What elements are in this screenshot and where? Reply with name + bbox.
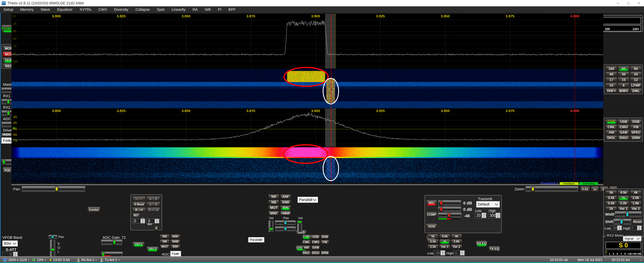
rx1-dsp-anf[interactable]: ANF — [280, 194, 291, 199]
rx1-vol-slider[interactable] — [268, 220, 274, 232]
split-if-v[interactable]: IF->V — [132, 208, 146, 212]
rx-antenna-item[interactable]: Rx Ant 1▾ — [76, 258, 97, 262]
band-160[interactable]: 160 — [606, 66, 617, 71]
minimize-button[interactable]: ─ — [613, 0, 623, 6]
tx-high-spinner[interactable]: 3000▲▼ — [488, 213, 500, 218]
rx2-mode-digl[interactable]: DIGL — [302, 251, 311, 255]
zoom-0.5x[interactable]: 0.5x — [580, 186, 590, 192]
rx1-sub-pan-slider[interactable] — [275, 226, 296, 231]
rx2-filter-var-2[interactable]: Var 2 — [451, 245, 462, 249]
transmit-profile-select[interactable]: Default — [476, 201, 500, 208]
menu-ra[interactable]: RA — [189, 7, 201, 12]
split-a-b[interactable]: A <> B — [147, 208, 160, 212]
panadapter-rx2[interactable]: -6 3.8003.8253.8503.8753.9003.9253.9503.… — [12, 108, 603, 147]
vfob-band-select[interactable]: 80m — [2, 241, 18, 247]
rx2-mode-drm[interactable]: DRM — [320, 251, 329, 255]
filter-2.2k[interactable]: 2.2k — [618, 201, 629, 205]
filter-low-spinner[interactable]: -3000▲▼ — [610, 225, 622, 230]
menu-diversity[interactable]: Diversity — [110, 7, 132, 12]
rx2-mode-am[interactable]: AM — [302, 246, 311, 250]
mode-lsb[interactable]: LSB — [606, 119, 617, 124]
resize-grip[interactable] — [639, 259, 641, 261]
mode-sam[interactable]: SAM — [618, 130, 629, 135]
menu-wb[interactable]: WB — [201, 7, 214, 12]
band-80[interactable]: 80 — [618, 66, 629, 71]
filter-5k[interactable]: 5k — [606, 190, 617, 195]
xit-zero-button[interactable]: 0 — [154, 226, 158, 231]
mode-digu[interactable]: DIGU — [618, 136, 629, 140]
zoom-slider[interactable] — [525, 186, 578, 192]
mode-cwu[interactable]: CWU — [618, 125, 629, 129]
rx2-dsp-snb[interactable]: SNB — [170, 240, 180, 244]
rx2-filter-4.5k[interactable]: 4.5k — [439, 234, 450, 239]
mode-fm[interactable]: FM — [630, 125, 642, 129]
band-10[interactable]: 10 — [606, 83, 617, 87]
splitter[interactable] — [12, 184, 603, 185]
rx2-mode-cwu[interactable]: CWU — [311, 240, 320, 244]
waterfall-rx1[interactable] — [12, 69, 603, 108]
rx2-filter-4k[interactable]: 4k — [451, 234, 462, 239]
mic-gain-slider[interactable] — [438, 200, 461, 206]
rx2-mode-fm[interactable]: FM — [320, 240, 329, 244]
menu-memory[interactable]: Memory — [17, 7, 37, 12]
rx1-pan-slider[interactable] — [275, 220, 296, 225]
rx2-vol-slider[interactable] — [50, 240, 56, 257]
rx2-mode-digu[interactable]: DIGU — [311, 251, 320, 255]
filter-1k[interactable]: 1k — [606, 207, 617, 211]
rx2-mode-cwl[interactable]: CWL — [302, 240, 311, 244]
menu-equalizer[interactable]: Equalizer — [54, 7, 76, 12]
rx2-filter-5k[interactable]: 5k — [428, 234, 438, 239]
rx1-dsp-mut[interactable]: MUT — [268, 206, 279, 210]
rx2-filter-2.5k[interactable]: 2.5k — [428, 245, 438, 249]
rx2-dsp-anf[interactable]: ANF — [170, 235, 180, 239]
center-button[interactable]: Center — [88, 207, 100, 213]
split-splt[interactable]: SPLT — [132, 196, 146, 201]
xit-spinner[interactable]: 0▲▼ — [146, 219, 159, 223]
filter-high-spinner[interactable]: 0▲▼ — [630, 225, 642, 230]
rx2-dsp-bin[interactable]: BIN — [170, 245, 180, 249]
split-a-b[interactable]: A > B — [147, 196, 160, 201]
rx1-sub-vol-slider[interactable] — [297, 220, 302, 232]
filter-4.5k[interactable]: 4.5k — [618, 190, 629, 195]
pan-slider[interactable] — [22, 186, 86, 192]
filter-2.5k[interactable]: 2.5k — [606, 201, 617, 205]
band-6[interactable]: 6 — [618, 83, 629, 87]
filter-2.8k[interactable]: 2.8k — [630, 196, 642, 200]
band-lfmf[interactable]: LFMF — [630, 83, 642, 87]
menu-cwx[interactable]: CWX — [95, 7, 110, 12]
rx2-filter-var-1[interactable]: Var 1 — [439, 245, 450, 249]
band-30[interactable]: 30 — [618, 72, 629, 76]
tx-eq-button[interactable]: TX EQ — [489, 246, 500, 252]
vac2-button[interactable]: VAC2 — [146, 247, 159, 251]
rx2-filter-3.5k[interactable]: 3.5k — [428, 239, 438, 244]
resolution-item[interactable]: 2825 x 1123▾ — [3, 258, 29, 262]
menu-collapse[interactable]: Collapse — [132, 7, 153, 12]
menu-wave[interactable]: Wave — [37, 7, 54, 12]
menu-xvtrs[interactable]: XVTRs — [76, 7, 95, 12]
tx-antenna-item[interactable]: Tx Ant 1▾ — [100, 258, 120, 262]
panadapter-rx1[interactable]: 3.8003.8253.8503.8753.9003.9253.9503.975… — [12, 14, 603, 68]
shift-slider[interactable] — [613, 219, 632, 225]
band-20[interactable]: 20 — [630, 72, 642, 76]
rx1-dsp-snb[interactable]: SNB — [280, 200, 291, 205]
rit-spinner[interactable]: 0▲▼ — [132, 219, 145, 223]
comp-button[interactable]: COMP — [426, 212, 437, 217]
menu-spot[interactable]: Spot — [153, 7, 168, 12]
band-60[interactable]: 60 — [630, 66, 642, 71]
rx2-pan-slider[interactable] — [48, 235, 58, 239]
rx2-dsp-mut[interactable]: MUT — [160, 245, 170, 249]
close-button[interactable]: × — [634, 0, 644, 6]
rx2-filter-2.8k[interactable]: 2.8k — [451, 239, 462, 244]
rx2-agc-select[interactable]: Fast — [170, 251, 181, 257]
filter-4k[interactable]: 4k — [630, 190, 642, 195]
band-12[interactable]: 12 — [630, 77, 642, 82]
band-vhf+[interactable]: VHF+ — [606, 88, 617, 93]
rx2-low-spinner[interactable]: -3000▲▼ — [434, 250, 445, 256]
rx1-dsp-mnf[interactable]: MNF — [268, 211, 279, 216]
shift-reset-button[interactable]: Reset — [632, 219, 642, 224]
rit-button[interactable]: RIT — [132, 213, 140, 218]
rx2-meter-mode-select[interactable]: Signal — [623, 236, 642, 241]
band-17[interactable]: 17 — [606, 77, 617, 82]
band-40[interactable]: 40 — [606, 72, 617, 76]
mode-am[interactable]: AM — [606, 130, 617, 135]
